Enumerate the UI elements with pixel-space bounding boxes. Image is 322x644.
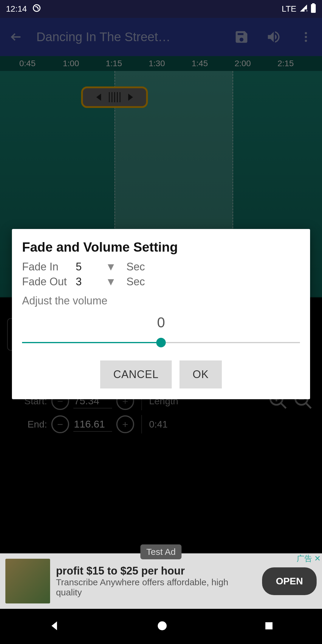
svg-point-10 [158,621,167,630]
cancel-button[interactable]: CANCEL [100,360,172,388]
ad-banner[interactable]: Test Ad 广告 ✕ profit $15 to $25 per hour … [0,553,322,609]
ad-image [5,559,50,603]
fade-in-label: Fade In [22,261,76,273]
ad-body: Transcribe Anywhere offers affordable, h… [56,577,256,597]
ad-badge: Test Ad [140,544,182,559]
dialog-title: Fade and Volume Setting [22,240,300,255]
fade-out-label: Fade Out [22,275,76,288]
status-time: 12:14 [6,4,27,14]
nav-recent-button[interactable] [264,620,274,632]
fade-out-value[interactable]: 3 [76,275,106,288]
dropdown-icon[interactable]: ▼ [106,261,117,273]
volume-slider[interactable] [22,337,300,349]
do-not-disturb-icon [32,4,41,15]
fade-out-unit: Sec [126,275,145,288]
fade-in-value[interactable]: 5 [76,261,106,273]
ad-title: profit $15 to $25 per hour [56,565,256,577]
fade-in-unit: Sec [126,261,145,273]
dropdown-icon[interactable]: ▼ [106,275,117,288]
svg-point-0 [33,4,40,11]
svg-rect-11 [265,622,273,629]
svg-rect-3 [311,4,316,13]
ad-info[interactable]: 广告 ✕ [297,553,321,564]
signal-icon: × [299,4,308,14]
fade-volume-dialog: Fade and Volume Setting Fade In 5 ▼ Sec … [12,229,310,399]
nav-home-button[interactable] [156,620,168,633]
battery-icon [311,3,316,15]
adjust-volume-label: Adjust the volume [22,295,300,307]
ok-button[interactable]: OK [179,360,222,388]
status-bar: 12:14 LTE × [0,0,322,18]
nav-back-button[interactable] [48,619,61,634]
svg-rect-4 [312,3,315,4]
svg-text:×: × [306,9,308,12]
ad-open-button[interactable]: OPEN [262,567,317,595]
network-label: LTE [282,4,296,14]
slider-thumb[interactable] [156,338,166,347]
volume-value: 0 [22,314,300,331]
system-nav-bar [0,609,322,644]
